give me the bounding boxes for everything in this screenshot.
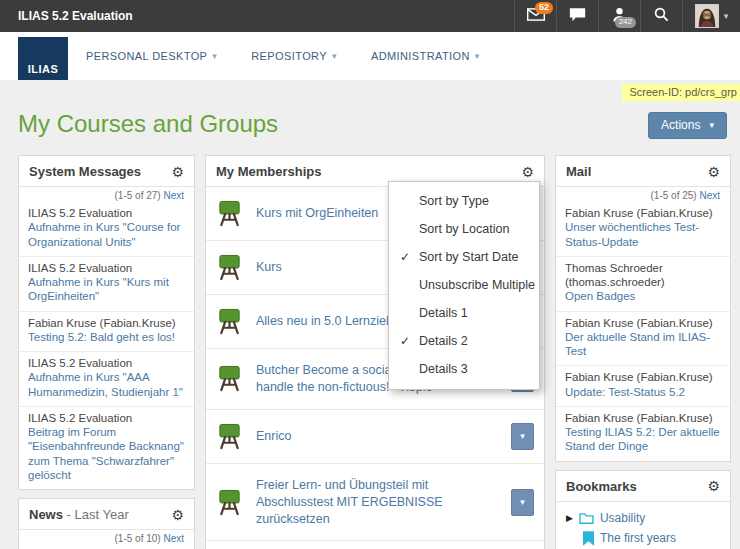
- user-menu-button[interactable]: ▾: [682, 0, 740, 32]
- mail-sender: Thomas Schroeder (thomas.schroeder): [565, 261, 721, 290]
- mail-subject-link[interactable]: Open Badges: [565, 289, 721, 303]
- ilias-page: { "topbar": { "title": "ILIAS 5.2 Evalua…: [0, 0, 740, 549]
- course-icon: [216, 200, 243, 227]
- message-subject-link[interactable]: Aufnahme in Kurs "Course for Organizatio…: [28, 220, 185, 249]
- message-sender: ILIAS 5.2 Evaluation: [28, 206, 185, 220]
- membership-row: Enrico ▾: [206, 410, 544, 464]
- menu-item-label: Unsubscribe Multiple: [419, 278, 535, 292]
- screen-id-badge: Screen-ID: pd/crs_grp: [622, 84, 740, 101]
- message-subject-link[interactable]: Testing 5.2: Bald geht es los!: [28, 330, 185, 344]
- chevron-down-icon: ▾: [724, 11, 729, 21]
- bookmarks-header: Bookmarks ⚙: [556, 471, 730, 502]
- gear-icon[interactable]: ⚙: [707, 479, 720, 493]
- avatar: [695, 4, 719, 28]
- system-messages-title: System Messages: [29, 164, 141, 179]
- menu-item-label: Details 3: [419, 362, 468, 376]
- list-item: Fabian Kruse (Fabian.Kruse) Unser wöchen…: [556, 202, 730, 257]
- bookmark-folder-link[interactable]: Usability: [600, 511, 645, 525]
- course-icon: [216, 365, 243, 392]
- mail-count-badge: 52: [535, 2, 553, 14]
- nav-repository[interactable]: REPOSITORY ▾: [251, 50, 337, 62]
- chevron-down-icon: ▾: [709, 120, 714, 130]
- list-item: Fabian Kruse (Fabian.Kruse) Der aktuelle…: [556, 312, 730, 367]
- chat-icon: [569, 7, 586, 26]
- message-sender: Fabian Kruse (Fabian.Kruse): [28, 316, 185, 330]
- message-subject-link[interactable]: Aufnahme in Kurs "AAA Humanmedizin, Stud…: [28, 370, 185, 399]
- mail-panel: Mail ⚙ (1-5 of 25) Next Fabian Kruse (Fa…: [555, 155, 731, 462]
- mail-subject-link[interactable]: Der aktuelle Stand im ILIAS-Test: [565, 330, 721, 359]
- mail-header: Mail ⚙: [556, 156, 730, 187]
- caret-down-icon: ▾: [520, 431, 525, 441]
- menu-item-sort-by-location[interactable]: Sort by Location: [389, 215, 539, 243]
- list-item: The first years: [556, 528, 730, 549]
- ilias-logo[interactable]: ILIAS: [18, 37, 68, 80]
- pager-range: (1-5 of 10): [115, 533, 161, 544]
- menu-item-sort-by-type[interactable]: Sort by Type: [389, 187, 539, 215]
- gear-icon[interactable]: ⚙: [171, 508, 184, 522]
- list-item: Thomas Schroeder (thomas.schroeder) Open…: [556, 257, 730, 312]
- gear-icon[interactable]: ⚙: [171, 165, 184, 179]
- course-link[interactable]: Enrico: [256, 428, 501, 445]
- nav-administration[interactable]: ADMINISTRATION ▾: [371, 50, 480, 62]
- message-sender: ILIAS 5.2 Evaluation: [28, 411, 185, 425]
- bookmarks-list: ▶ Usability The first years the Lancet: [556, 502, 730, 549]
- course-link[interactable]: Freier Lern- und Übungsteil mit Abschlus…: [256, 477, 501, 528]
- my-memberships-title: My Memberships: [216, 164, 321, 179]
- expand-triangle-icon[interactable]: ▶: [566, 513, 573, 523]
- bookmarks-panel: Bookmarks ⚙ ▶ Usability The first years: [555, 470, 731, 549]
- menu-item-sort-by-start-date[interactable]: ✓ Sort by Start Date: [389, 243, 539, 271]
- mail-subject-link[interactable]: Testing ILIAS 5.2: Der aktuelle Stand de…: [565, 425, 721, 454]
- check-icon: ✓: [400, 334, 410, 348]
- gear-icon[interactable]: ⚙: [707, 165, 720, 179]
- nav-repository-label: REPOSITORY: [251, 50, 327, 62]
- mail-subject-link[interactable]: Update: Test-Status 5.2: [565, 385, 721, 399]
- mail-title: Mail: [566, 164, 591, 179]
- row-actions-dropdown-button[interactable]: ▾: [511, 423, 534, 450]
- chevron-down-icon: ▾: [332, 51, 337, 61]
- nav-personal-desktop[interactable]: PERSONAL DESKTOP ▾: [86, 50, 217, 62]
- message-sender: ILIAS 5.2 Evaluation: [28, 356, 185, 370]
- nav-administration-label: ADMINISTRATION: [371, 50, 470, 62]
- mail-sender: Fabian Kruse (Fabian.Kruse): [565, 411, 721, 425]
- mail-sender: Fabian Kruse (Fabian.Kruse): [565, 370, 721, 384]
- pager-next-link[interactable]: Next: [699, 190, 720, 201]
- membership-row: Freier Lern- und Übungsteil mit Abschlus…: [206, 464, 544, 542]
- list-item: ILIAS 5.2 Evaluation Beitrag im Forum "E…: [19, 407, 194, 489]
- mail-sender: Fabian Kruse (Fabian.Kruse): [565, 206, 721, 220]
- check-icon: ✓: [400, 250, 410, 264]
- message-subject-link[interactable]: Beitrag im Forum "Eisenbahnfreunde Backn…: [28, 425, 185, 482]
- menu-item-details-2[interactable]: ✓ Details 2: [389, 327, 539, 355]
- row-actions-dropdown-button[interactable]: ▾: [511, 489, 534, 516]
- list-item: Mediacast: Mediacast Medienobjekt: [19, 545, 194, 549]
- news-title: News - Last Year: [29, 507, 129, 522]
- message-subject-link[interactable]: Aufnahme in Kurs "Kurs mit OrgEinheiten": [28, 275, 185, 304]
- course-icon: [216, 423, 243, 450]
- menu-item-unsubscribe-multiple[interactable]: Unsubscribe Multiple: [389, 271, 539, 299]
- mail-button[interactable]: 52: [514, 0, 556, 32]
- bookmark-link[interactable]: The first years: [600, 531, 676, 545]
- bookmarks-title: Bookmarks: [566, 479, 637, 494]
- left-column: System Messages ⚙ (1-5 of 27) Next ILIAS…: [18, 155, 195, 549]
- pager-range: (1-5 of 27): [115, 190, 161, 201]
- gear-icon[interactable]: ⚙: [521, 165, 534, 179]
- course-icon: [216, 254, 243, 281]
- pager-next-link[interactable]: Next: [163, 533, 184, 544]
- chat-button[interactable]: [556, 0, 598, 32]
- top-bar: ILIAS 5.2 Evaluation 52 242: [0, 0, 740, 32]
- pager-next-link[interactable]: Next: [163, 190, 184, 201]
- system-messages-panel: System Messages ⚙ (1-5 of 27) Next ILIAS…: [18, 155, 195, 490]
- membership-row: Lernzielorientierter Kurs für 5.1 ab ovo…: [206, 541, 544, 549]
- online-count-badge: 242: [615, 17, 636, 28]
- menu-item-details-3[interactable]: Details 3: [389, 355, 539, 383]
- mail-subject-link[interactable]: Unser wöchentliches Test-Status-Update: [565, 220, 721, 249]
- course-icon: [216, 308, 243, 335]
- chevron-down-icon: ▾: [212, 51, 217, 61]
- news-header: News - Last Year ⚙: [19, 499, 194, 530]
- search-button[interactable]: [640, 0, 682, 32]
- actions-button[interactable]: Actions ▾: [648, 112, 727, 139]
- menu-item-details-1[interactable]: Details 1: [389, 299, 539, 327]
- right-column: Mail ⚙ (1-5 of 25) Next Fabian Kruse (Fa…: [555, 155, 731, 549]
- news-pager: (1-5 of 10) Next: [19, 530, 194, 545]
- who-is-online-button[interactable]: 242: [598, 0, 640, 32]
- system-messages-pager: (1-5 of 27) Next: [19, 187, 194, 202]
